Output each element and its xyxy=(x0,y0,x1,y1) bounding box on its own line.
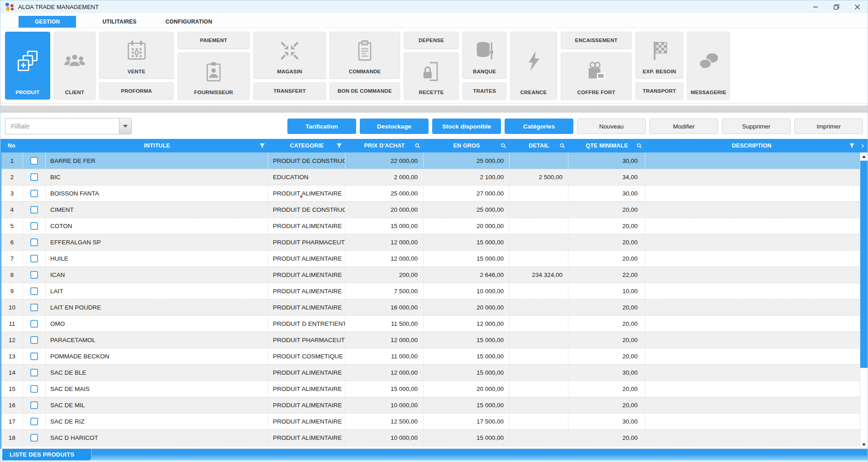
table-row-11[interactable]: 11OMOPRODUIT D ENTRETIENT11 500,0012 000… xyxy=(1,315,860,332)
row-checkbox[interactable] xyxy=(30,222,38,230)
search-icon[interactable] xyxy=(636,143,642,149)
column-header-check[interactable] xyxy=(23,139,46,152)
cell-prix_achat xyxy=(345,446,424,448)
ribbon-button-recette[interactable]: RECETTE xyxy=(404,52,459,100)
column-header-intitule[interactable]: INTITULE xyxy=(46,139,268,152)
table-row-14[interactable]: 14SAC DE BLEPRODUIT ALIMENTAIRE12 000,00… xyxy=(1,364,860,381)
table-row-partial[interactable] xyxy=(1,446,860,448)
ribbon-button-label: BANQUE xyxy=(472,69,497,78)
filter-funnel-icon[interactable] xyxy=(849,143,855,149)
row-checkbox[interactable] xyxy=(30,434,38,442)
table-row-3[interactable]: 3BOISSON FANTAPRODUIT ALIMENTAIRE25 000,… xyxy=(1,185,860,201)
row-checkbox[interactable] xyxy=(30,157,38,165)
vertical-scrollbar[interactable] xyxy=(860,152,868,448)
row-checkbox[interactable] xyxy=(30,352,38,360)
row-checkbox[interactable] xyxy=(30,287,38,295)
filter-funnel-icon[interactable] xyxy=(259,143,265,149)
ribbon-button-vente[interactable]: VENTE xyxy=(99,32,174,79)
table-row-17[interactable]: 17SAC DE RIZPRODUIT ALIMENTAIRE12 500,00… xyxy=(1,413,860,429)
table-row-7[interactable]: 7HUILEPRODUIT ALIMENTAIRE12 000,0015 000… xyxy=(1,250,860,267)
table-row-15[interactable]: 15SAC DE MAISPRODUIT ALIMENTAIRE15 000,0… xyxy=(1,381,860,397)
ribbon-button-creance[interactable]: CREANCE xyxy=(510,32,557,100)
tab-configuration[interactable]: CONFIGURATION xyxy=(163,16,215,28)
column-header-description[interactable]: DESCRIPTION xyxy=(645,139,858,152)
table-row-8[interactable]: 8ICANPRODUIT ALIMENTAIRE200,002 646,0023… xyxy=(1,267,860,283)
maximize-button[interactable] xyxy=(826,0,847,13)
tab-gestion[interactable]: GESTION xyxy=(19,16,76,28)
status-tab[interactable]: LISTE DES PRODUITS xyxy=(0,449,92,461)
table-row-2[interactable]: 2BICEDUCATION2 000,002 100,002 500,0034,… xyxy=(1,169,860,185)
table-row-12[interactable]: 12PARACETAMOLPRODUIT PHARMACEUTIQ12 000,… xyxy=(1,332,860,348)
search-icon[interactable] xyxy=(501,143,506,149)
ribbon-button-exp-besoin[interactable]: EXP. BESOIN xyxy=(635,32,683,79)
ribbon-button-transfert[interactable]: TRANSFERT xyxy=(253,82,326,100)
ribbon-button-traites[interactable]: TRAITES xyxy=(463,82,506,100)
table-row-16[interactable]: 16SAC DE MILPRODUIT ALIMENTAIRE10 000,00… xyxy=(1,397,860,413)
ribbon-button-magasin[interactable]: MAGASIN xyxy=(253,32,326,79)
ribbon-button-produit[interactable]: PRODUIT xyxy=(5,32,50,100)
scrollbar-thumb[interactable] xyxy=(860,161,868,368)
row-checkbox[interactable] xyxy=(30,401,38,409)
ribbon-button-transport[interactable]: TRANSPORT xyxy=(635,82,683,100)
column-header-detail[interactable]: DETAIL xyxy=(510,139,568,152)
tarification-button[interactable]: Tarification xyxy=(287,119,356,134)
search-icon[interactable] xyxy=(559,143,565,149)
cell-no: 17 xyxy=(1,414,23,429)
tab-utilitaires[interactable]: UTILITAIRES xyxy=(100,16,139,28)
table-row-13[interactable]: 13POMMADE BECKONPRODUIT COSMETIQUE11 000… xyxy=(1,348,860,364)
row-checkbox[interactable] xyxy=(30,385,38,393)
table-row-6[interactable]: 6EFFERALGAN SPPRODUIT PHARMACEUTIQ12 000… xyxy=(1,234,860,250)
search-icon[interactable] xyxy=(415,143,420,149)
row-checkbox[interactable] xyxy=(30,304,38,311)
row-checkbox[interactable] xyxy=(30,369,38,376)
ribbon-button-paiement[interactable]: PAIEMENT xyxy=(177,32,250,49)
column-header-categorie[interactable]: CATEGORIE xyxy=(268,139,345,152)
row-checkbox[interactable] xyxy=(30,238,38,246)
ribbon-button-banque[interactable]: BANQUE xyxy=(463,32,506,79)
ribbon-button-client[interactable]: CLIENT xyxy=(54,32,95,100)
filliale-combobox[interactable]: Filliale xyxy=(5,118,132,134)
row-checkbox[interactable] xyxy=(30,418,38,425)
row-checkbox[interactable] xyxy=(30,206,38,214)
minimize-button[interactable] xyxy=(805,0,826,13)
column-header-prix_achat[interactable]: PRIX D'ACHAT xyxy=(345,139,424,152)
cell-prix_achat: 7 500,00 xyxy=(345,283,424,299)
column-header-no[interactable]: No xyxy=(1,139,23,152)
row-checkbox[interactable] xyxy=(30,271,38,279)
table-row-18[interactable]: 18SAC D HARICOTPRODUIT ALIMENTAIRE10 000… xyxy=(1,429,860,446)
column-header-qte_minimale[interactable]: QTE MINIMALE xyxy=(568,139,645,152)
ribbon-button-commande[interactable]: COMMANDE xyxy=(329,32,400,79)
scroll-up-icon[interactable] xyxy=(860,152,868,160)
scroll-down-icon[interactable] xyxy=(860,441,868,448)
column-header-en_gros[interactable]: EN GROS xyxy=(424,139,510,152)
nouveau-button[interactable]: Nouveau xyxy=(577,119,646,134)
catégories-button[interactable]: Catégories xyxy=(505,119,573,134)
row-checkbox[interactable] xyxy=(30,190,38,197)
chevron-right-icon[interactable] xyxy=(858,139,868,152)
row-checkbox[interactable] xyxy=(30,320,38,328)
cell-no: 18 xyxy=(1,430,23,446)
table-row-9[interactable]: 9LAITPRODUIT ALIMENTAIRE7 500,0010 000,0… xyxy=(1,283,860,299)
filter-funnel-icon[interactable] xyxy=(336,143,342,149)
ribbon-button-encaissement[interactable]: ENCAISSEMENT xyxy=(561,32,632,49)
table-row-1[interactable]: 1BARRE DE FERPRODUIT DE CONSTRUCTI22 000… xyxy=(1,152,860,169)
dropdown-arrow-icon[interactable] xyxy=(119,119,131,134)
modifier-button[interactable]: Modifier xyxy=(649,119,718,134)
destockage-button[interactable]: Destockage xyxy=(360,119,429,134)
table-row-10[interactable]: 10LAIT EN POUDREPRODUIT ALIMENTAIRE16 00… xyxy=(1,299,860,315)
table-row-5[interactable]: 5COTONPRODUIT ALIMENTAIRE15 000,0020 000… xyxy=(1,218,860,234)
row-checkbox[interactable] xyxy=(30,255,38,262)
imprimer-button[interactable]: Imprimer xyxy=(794,119,863,134)
ribbon-button-bon-de-commande[interactable]: BON DE COMMANDE xyxy=(329,82,400,100)
ribbon-button-messagerie[interactable]: MESSAGERIE xyxy=(687,32,730,100)
close-button[interactable] xyxy=(847,0,868,13)
ribbon-button-proforma[interactable]: PROFORMA xyxy=(99,82,174,100)
row-checkbox[interactable] xyxy=(30,336,38,344)
ribbon-button-depense[interactable]: DEPENSE xyxy=(404,32,459,49)
ribbon-button-fournisseur[interactable]: FOURNISSEUR xyxy=(177,52,250,100)
table-row-4[interactable]: 4CIMENTPRODUIT DE CONSTRUCTI20 000,0025 … xyxy=(1,201,860,218)
row-checkbox[interactable] xyxy=(30,173,38,181)
stock-disponible-button[interactable]: Stock disponible xyxy=(432,119,501,134)
supprimer-button[interactable]: Supprimer xyxy=(722,119,791,134)
ribbon-button-coffre-fort[interactable]: COFFRE FORT xyxy=(561,52,632,100)
